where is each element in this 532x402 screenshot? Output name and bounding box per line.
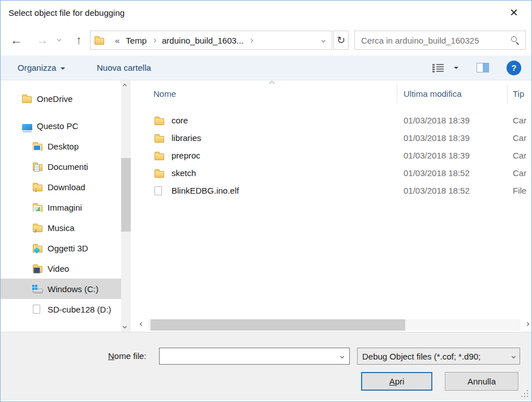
refresh-button[interactable]: ↻ [333, 31, 349, 50]
column-header-name[interactable]: Nome [153, 89, 176, 99]
open-button-accel: A [389, 377, 395, 386]
open-button[interactable]: Apri [361, 372, 432, 391]
windows-drive-icon [33, 289, 43, 293]
column-header-type[interactable]: Tip [513, 89, 524, 99]
forward-button: → [32, 30, 53, 50]
filetype-chevron-down-icon [512, 354, 516, 358]
sidebar-item[interactable]: Desktop [1, 136, 121, 156]
column-header-modified[interactable]: Ultima modifica [404, 89, 462, 99]
sidebar-item-label: SD-cube128 (D:) [48, 305, 111, 314]
folder-icon [155, 153, 164, 160]
history-chevron-down-icon[interactable] [57, 37, 61, 41]
desktop-icon [33, 144, 42, 151]
title-bar: Select object file for debugging × [1, 1, 531, 25]
search-icon[interactable] [510, 36, 520, 45]
file-name: core [171, 116, 188, 125]
view-caret-down-icon[interactable] [454, 67, 458, 69]
sidebar-item-label: Immagini [48, 203, 82, 212]
file-modified-date: 01/03/2018 18:52 [404, 186, 470, 195]
sidebar-item[interactable]: Documenti [1, 156, 121, 177]
sidebar-item-label: Oggetti 3D [48, 243, 88, 253]
file-modified-date: 01/03/2018 18:52 [404, 168, 470, 178]
breadcrumb-item-temp[interactable]: Temp [126, 36, 147, 45]
dialog-footer: Nome file: Debug Object files (*.cof; *.… [1, 332, 531, 400]
sidebar-item[interactable]: SD-cube128 (D:) [1, 299, 121, 319]
help-icon[interactable]: ? [507, 61, 521, 75]
sidebar-item[interactable]: Download [1, 177, 121, 197]
objects3d-icon [33, 246, 42, 253]
filename-label-accel: N [108, 351, 114, 361]
breadcrumb-item-build-folder[interactable]: arduino_build_1603... [162, 36, 243, 45]
sidebar-item-label: Musica [48, 223, 75, 233]
navigation-sidebar: OneDrive Questo PC Desktop Docum [1, 80, 132, 332]
pc-icon [22, 124, 32, 130]
video-icon [33, 266, 42, 273]
cancel-button[interactable]: Annulla [445, 372, 518, 391]
sidebar-item[interactable]: Oggetti 3D [1, 238, 121, 258]
chevron-right-icon[interactable] [249, 38, 253, 42]
column-separator[interactable] [397, 84, 397, 104]
filetype-dropdown[interactable]: Debug Object files (*.cof; *.d90; [357, 348, 520, 365]
command-bar: Organizza Nuova cartella ? [1, 55, 531, 80]
sidebar-item-label: OneDrive [37, 94, 72, 104]
chevron-right-icon[interactable] [152, 38, 156, 42]
sidebar-item-label: Desktop [48, 142, 79, 151]
scroll-up-icon[interactable] [123, 84, 127, 88]
table-row[interactable]: core 01/03/2018 18:39 Car [132, 112, 531, 129]
preview-pane-icon[interactable] [477, 63, 489, 72]
horizontal-scrollbar[interactable] [139, 319, 530, 331]
address-chevron-down-icon[interactable] [321, 38, 325, 42]
music-icon [33, 225, 42, 232]
sidebar-item[interactable]: Musica [1, 217, 121, 238]
sidebar-item[interactable]: Windows (C:) [1, 279, 121, 299]
caret-down-icon [61, 67, 65, 70]
close-icon[interactable]: × [502, 1, 526, 25]
sidebar-item-label: Download [48, 182, 85, 192]
view-details-icon[interactable] [432, 63, 445, 72]
file-modified-date: 01/03/2018 18:39 [404, 151, 470, 160]
horizontal-scrollbar-thumb[interactable] [151, 319, 405, 331]
up-button[interactable]: ↑ [68, 30, 89, 50]
scroll-right-icon[interactable] [525, 322, 529, 326]
file-name: sketch [171, 168, 196, 178]
sort-ascending-icon [269, 81, 275, 87]
breadcrumb-collapsed-icon[interactable]: « [115, 36, 119, 45]
file-icon [33, 305, 40, 314]
filename-input[interactable] [160, 351, 341, 362]
sidebar-item[interactable]: Questo PC [1, 116, 121, 136]
column-separator[interactable] [507, 84, 508, 104]
search-input[interactable] [355, 35, 510, 46]
file-name: BlinkEDBG.ino.elf [171, 186, 239, 195]
organize-menu-button[interactable]: Organizza [18, 55, 65, 80]
sidebar-item[interactable]: Video [1, 258, 121, 279]
search-box [354, 31, 526, 50]
cancel-button-label: Annulla [467, 377, 496, 386]
resize-grip-icon[interactable] [521, 390, 529, 397]
table-row[interactable]: libraries 01/03/2018 18:39 Car [132, 129, 531, 147]
scroll-left-icon[interactable] [140, 322, 144, 326]
table-row[interactable]: BlinkEDBG.ino.elf 01/03/2018 18:52 File [132, 182, 531, 199]
file-type: Car [513, 151, 526, 160]
sidebar-list: OneDrive Questo PC Desktop Docum [1, 80, 132, 319]
folder-icon [95, 38, 104, 45]
sidebar-item[interactable]: OneDrive [1, 88, 121, 109]
scroll-down-icon[interactable] [123, 324, 127, 328]
sidebar-item-label: Windows (C:) [48, 284, 98, 294]
table-row[interactable]: preproc 01/03/2018 18:39 Car [132, 147, 531, 164]
dialog-title: Select object file for debugging [8, 1, 125, 25]
sidebar-scrollbar-thumb[interactable] [121, 158, 131, 232]
file-icon [155, 186, 162, 195]
folder-icon [22, 96, 32, 103]
table-row[interactable]: sketch 01/03/2018 18:52 Car [132, 164, 531, 182]
file-dialog-window: Select object file for debugging × ← → ↑… [0, 0, 532, 402]
refresh-icon: ↻ [337, 35, 345, 46]
file-list-header: Nome Ultima modifica Tip [132, 80, 531, 107]
download-icon [33, 185, 42, 191]
new-folder-button[interactable]: Nuova cartella [97, 55, 151, 80]
sidebar-item[interactable]: Immagini [1, 197, 121, 217]
file-list: Nome Ultima modifica Tip core 01/03/2018… [132, 80, 531, 332]
back-button[interactable]: ← [6, 30, 27, 50]
breadcrumb[interactable]: « Temp arduino_build_1603... [90, 31, 332, 50]
sidebar-scrollbar[interactable] [121, 80, 131, 332]
filename-chevron-down-icon[interactable] [340, 354, 344, 358]
